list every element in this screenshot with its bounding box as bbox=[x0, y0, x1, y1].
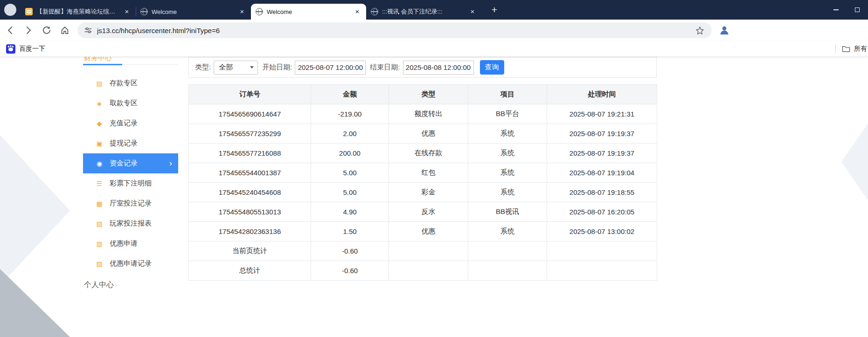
sidebar-item[interactable]: ▨优惠申请记录 bbox=[83, 254, 178, 274]
table-cell: 2025-08-07 13:00:02 bbox=[547, 222, 657, 241]
tab-close-button[interactable]: × bbox=[238, 7, 246, 16]
table-cell: -0.60 bbox=[311, 241, 389, 261]
forward-button[interactable] bbox=[21, 22, 36, 38]
person-icon bbox=[719, 25, 730, 36]
table-row: 17545428023631361.50优惠系统2025-08-07 13:00… bbox=[189, 222, 657, 241]
sidebar-item[interactable]: ◈取款专区 bbox=[83, 93, 178, 113]
browser-tab[interactable]: 【新提醒】海燕策略论坛综合交× bbox=[21, 4, 136, 20]
type-select[interactable]: 全部 bbox=[214, 61, 258, 75]
table-cell: 总统计 bbox=[189, 261, 311, 281]
url-text[interactable]: js13.cc/hhcp/usercenter.html?iniType=6 bbox=[97, 27, 694, 34]
sidebar-section-finance[interactable]: 财务中心 bbox=[83, 57, 178, 65]
profile-avatar[interactable] bbox=[717, 23, 731, 37]
table-cell: 系统 bbox=[468, 222, 547, 241]
table-row: 17545452404546085.00彩金系统2025-08-07 19:18… bbox=[189, 183, 657, 202]
sidebar-item[interactable]: ▥优惠申请 bbox=[83, 234, 178, 254]
column-header: 项目 bbox=[468, 85, 547, 104]
reload-button[interactable] bbox=[39, 22, 55, 38]
table-cell: -0.60 bbox=[311, 261, 389, 281]
sidebar-item[interactable]: ▣提现记录 bbox=[83, 133, 178, 153]
decorative-triangle-right bbox=[841, 124, 868, 200]
sidebar-item-label: 提现记录 bbox=[110, 139, 138, 148]
sidebar-item[interactable]: ◉资金记录› bbox=[83, 153, 178, 173]
table-cell: 1754565544001387 bbox=[189, 163, 311, 183]
query-button[interactable]: 查询 bbox=[480, 60, 504, 75]
site-info-icon bbox=[84, 26, 92, 34]
sidebar-item[interactable]: ▦厅室投注记录 bbox=[83, 193, 178, 213]
forward-icon bbox=[24, 26, 33, 35]
table-row: 1754565577216088200.00在线存款系统2025-08-07 1… bbox=[189, 144, 657, 163]
decorative-triangle-left-dark bbox=[0, 269, 70, 337]
back-button[interactable] bbox=[2, 22, 18, 38]
sidebar-section-personal[interactable]: 个人中心 bbox=[83, 280, 178, 290]
records-table-body: 1754565690614647-219.00额度转出BB平台2025-08-0… bbox=[189, 104, 657, 281]
globe-favicon bbox=[256, 8, 263, 15]
tab-title: 【新提醒】海燕策略论坛综合交 bbox=[36, 7, 119, 16]
all-bookmarks-label: 所有 bbox=[854, 45, 868, 53]
sidebar: 财务中心 ▤存款专区◈取款专区◆充值记录▣提现记录◉资金记录›☰彩票下注明细▦厅… bbox=[83, 57, 178, 290]
window-controls bbox=[825, 0, 868, 20]
tab-close-button[interactable]: × bbox=[468, 7, 477, 16]
sidebar-item-label: 优惠申请记录 bbox=[110, 259, 152, 268]
table-cell: 1754542802363136 bbox=[189, 222, 311, 241]
withdraw-zone-icon: ◈ bbox=[95, 100, 104, 107]
profile-circle[interactable] bbox=[4, 4, 16, 16]
bookmarks-bar-right: 所有 bbox=[835, 41, 868, 56]
withdrawal-record-icon: ▣ bbox=[95, 140, 104, 147]
start-date-input[interactable] bbox=[295, 61, 366, 75]
home-button[interactable] bbox=[57, 22, 73, 38]
bookmark-star-button[interactable] bbox=[694, 25, 705, 36]
bookmark-label: 百度一下 bbox=[19, 45, 45, 53]
table-cell: 红包 bbox=[389, 163, 468, 183]
bookmarks-divider bbox=[835, 45, 836, 53]
table-cell: 系统 bbox=[468, 183, 547, 202]
globe-favicon bbox=[140, 8, 148, 15]
table-cell: 1754565577235299 bbox=[189, 124, 311, 144]
deposit-zone-icon: ▤ bbox=[95, 80, 104, 87]
end-date-input[interactable] bbox=[403, 61, 474, 75]
minimize-button[interactable] bbox=[825, 0, 847, 20]
sidebar-item[interactable]: ▧玩家投注报表 bbox=[83, 213, 178, 234]
new-tab-button[interactable]: + bbox=[488, 3, 501, 16]
table-cell: 额度转出 bbox=[389, 104, 468, 124]
all-bookmarks-button[interactable]: 所有 bbox=[842, 45, 868, 53]
table-cell: 系统 bbox=[468, 163, 547, 183]
maximize-button[interactable] bbox=[847, 0, 868, 20]
player-bet-report-icon: ▧ bbox=[95, 220, 104, 227]
tab-title: :::视讯 会员下注纪录::: bbox=[382, 7, 465, 16]
sidebar-item[interactable]: ☰彩票下注明细 bbox=[83, 173, 178, 193]
table-cell: 1.50 bbox=[311, 222, 389, 241]
table-cell: BB平台 bbox=[468, 104, 547, 124]
bookmark-baidu[interactable]: 百度一下 bbox=[6, 44, 45, 54]
table-cell: 2025-08-07 19:21:31 bbox=[547, 104, 657, 124]
funds-record-table: 订单号金额类型项目处理时间 1754565690614647-219.00额度转… bbox=[188, 84, 657, 281]
table-cell: 1754565577216088 bbox=[189, 144, 311, 163]
browser-tab[interactable]: :::视讯 会员下注纪录:::× bbox=[366, 4, 481, 20]
table-cell: -219.00 bbox=[311, 104, 389, 124]
browser-window: 【新提醒】海燕策略论坛综合交×Welcome×Welcome×:::视讯 会员下… bbox=[0, 0, 868, 337]
address-bar[interactable]: js13.cc/hhcp/usercenter.html?iniType=6 bbox=[77, 22, 712, 38]
promo-apply-record-icon: ▨ bbox=[95, 260, 104, 268]
browser-tab[interactable]: Welcome× bbox=[136, 4, 251, 20]
browser-tab[interactable]: Welcome× bbox=[251, 4, 366, 20]
table-row: 总统计-0.60 bbox=[189, 261, 657, 281]
tab-close-button[interactable]: × bbox=[123, 7, 131, 16]
table-cell: 1754545240454608 bbox=[189, 183, 311, 202]
sidebar-section-finance-label: 财务中心 bbox=[84, 57, 112, 62]
end-date-label: 结束日期: bbox=[370, 63, 400, 72]
sidebar-item-label: 优惠申请 bbox=[110, 239, 138, 248]
sidebar-item-label: 彩票下注明细 bbox=[110, 179, 152, 188]
table-row: 1754565690614647-219.00额度转出BB平台2025-08-0… bbox=[189, 104, 657, 124]
table-cell: 200.00 bbox=[311, 144, 389, 163]
navigation-bar: js13.cc/hhcp/usercenter.html?iniType=6 bbox=[0, 20, 868, 41]
column-header: 订单号 bbox=[189, 85, 311, 104]
sidebar-item[interactable]: ▤存款专区 bbox=[83, 73, 178, 93]
table-cell: 彩金 bbox=[389, 183, 468, 202]
sidebar-item-label: 资金记录 bbox=[110, 159, 138, 168]
tab-close-button[interactable]: × bbox=[353, 7, 361, 16]
funds-record-icon: ◉ bbox=[95, 160, 104, 167]
sidebar-item[interactable]: ◆充值记录 bbox=[83, 113, 178, 133]
column-header: 金额 bbox=[311, 85, 389, 104]
back-icon bbox=[6, 26, 15, 35]
recharge-record-icon: ◆ bbox=[95, 120, 104, 127]
